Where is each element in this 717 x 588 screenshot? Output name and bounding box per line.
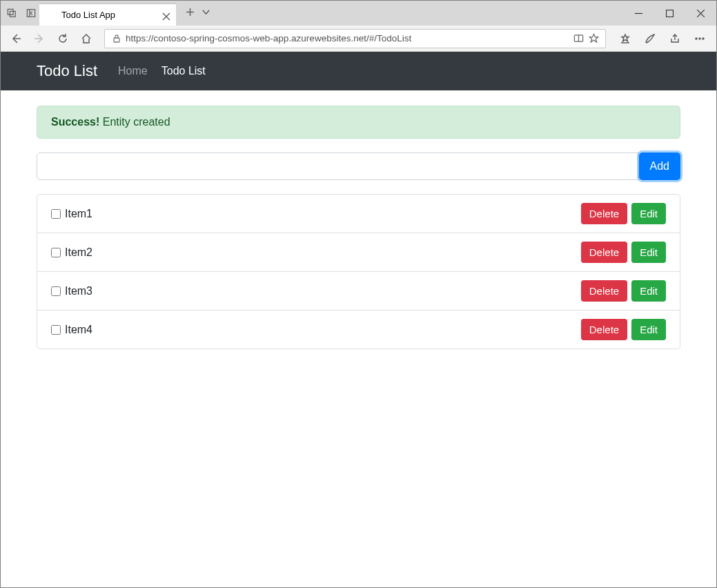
- window-close-button[interactable]: [685, 1, 716, 26]
- item-label: Item2: [65, 246, 92, 259]
- browser-navbar: [1, 26, 716, 52]
- more-menu-icon[interactable]: [687, 28, 712, 49]
- favorite-star-icon[interactable]: [586, 33, 601, 43]
- todo-list: Item1DeleteEditItem2DeleteEditItem3Delet…: [37, 194, 680, 349]
- svg-marker-18: [622, 35, 629, 41]
- list-item: Item1DeleteEdit: [37, 195, 680, 233]
- svg-marker-17: [589, 34, 598, 42]
- success-alert: Success! Entity created: [37, 106, 680, 139]
- delete-button[interactable]: Delete: [581, 203, 627, 224]
- close-tab-icon[interactable]: [162, 11, 170, 19]
- edit-button[interactable]: Edit: [631, 203, 666, 224]
- reading-view-icon[interactable]: [571, 33, 586, 43]
- svg-point-21: [696, 38, 697, 39]
- favorites-list-icon[interactable]: [613, 28, 638, 49]
- svg-point-22: [699, 38, 700, 39]
- delete-button[interactable]: Delete: [581, 280, 627, 302]
- tab-actions-chevron-icon[interactable]: [202, 7, 210, 19]
- item-label: Item1: [65, 208, 92, 220]
- item-checkbox[interactable]: [51, 286, 61, 296]
- nav-link-home[interactable]: Home: [111, 65, 155, 77]
- url-input[interactable]: [124, 32, 571, 44]
- svg-rect-14: [114, 38, 119, 42]
- refresh-button[interactable]: [52, 28, 74, 49]
- item-label: Item3: [65, 285, 92, 297]
- item-checkbox[interactable]: [51, 209, 61, 219]
- svg-rect-0: [8, 9, 13, 14]
- home-button[interactable]: [75, 28, 97, 49]
- alert-text: Entity created: [99, 116, 170, 128]
- forward-button[interactable]: [28, 28, 50, 49]
- new-item-input[interactable]: [37, 153, 639, 180]
- browser-tab[interactable]: Todo List App: [39, 3, 176, 26]
- address-bar[interactable]: [104, 29, 606, 48]
- window-titlebar: Todo List App: [1, 1, 716, 26]
- edit-button[interactable]: Edit: [631, 242, 666, 263]
- tab-group-icon[interactable]: [3, 3, 20, 23]
- app-navbar: Todo List Home Todo List: [1, 52, 716, 90]
- list-item: Item3DeleteEdit: [37, 271, 680, 310]
- item-checkbox[interactable]: [51, 248, 61, 257]
- window-minimize-button[interactable]: [623, 1, 654, 26]
- share-icon[interactable]: [662, 28, 687, 49]
- lock-icon: [109, 35, 124, 43]
- alert-strong: Success!: [51, 116, 99, 128]
- nav-link-todolist[interactable]: Todo List: [155, 65, 213, 77]
- svg-rect-2: [27, 10, 35, 17]
- app-brand: Todo List: [37, 62, 97, 80]
- item-label: Item4: [65, 324, 92, 336]
- list-item: Item4DeleteEdit: [37, 310, 680, 349]
- tab-title: Todo List App: [61, 10, 157, 20]
- window-maximize-button[interactable]: [654, 1, 685, 26]
- item-checkbox[interactable]: [51, 325, 61, 335]
- add-item-form: Add: [37, 153, 680, 180]
- delete-button[interactable]: Delete: [581, 242, 627, 263]
- edit-button[interactable]: Edit: [631, 319, 666, 340]
- favicon-leaf-icon: [45, 10, 56, 21]
- edit-button[interactable]: Edit: [631, 280, 666, 302]
- svg-rect-1: [10, 11, 15, 17]
- delete-button[interactable]: Delete: [581, 319, 627, 340]
- list-item: Item2DeleteEdit: [37, 233, 680, 271]
- svg-rect-9: [667, 10, 674, 17]
- add-button[interactable]: Add: [639, 153, 680, 180]
- svg-point-23: [703, 38, 704, 39]
- back-button[interactable]: [5, 28, 27, 49]
- set-aside-tabs-icon[interactable]: [23, 3, 39, 23]
- notes-icon[interactable]: [638, 28, 662, 49]
- new-tab-button[interactable]: [186, 7, 195, 19]
